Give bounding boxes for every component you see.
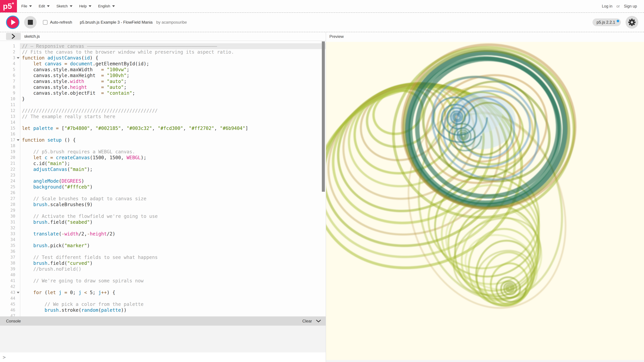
code-line[interactable]: 16 bbox=[0, 131, 326, 137]
code-line-content[interactable]: background("#fffceb") bbox=[20, 184, 326, 190]
code-line[interactable]: 6 canvas.style.maxHeight = "100vh"; bbox=[0, 72, 326, 78]
menu-language[interactable]: English bbox=[95, 4, 118, 8]
code-line[interactable]: 20 let c = createCanvas(1500, 1500, WEBG… bbox=[0, 155, 326, 161]
code-line-content[interactable]: canvas.style.maxWidth = "100vw"; bbox=[20, 67, 326, 72]
login-link[interactable]: Log in bbox=[602, 4, 612, 8]
signup-link[interactable]: Sign up bbox=[624, 4, 637, 8]
code-line[interactable]: 35 brush.pick("marker") bbox=[0, 243, 326, 249]
code-line[interactable]: 3function adjustCanvas(id) { bbox=[0, 55, 326, 61]
code-line-content[interactable]: brush.pick("marker") bbox=[20, 243, 326, 249]
code-line-content[interactable]: brush.scaleBrushes(9) bbox=[20, 202, 326, 207]
code-line[interactable]: 45 // We pick a color from the palette bbox=[0, 301, 326, 307]
code-line[interactable]: 27 // Scale brushes to adapt to canvas s… bbox=[0, 196, 326, 202]
code-line-content[interactable]: adjustCanvas("main"); bbox=[20, 166, 326, 172]
code-line-content[interactable]: // We pick a color from the palette bbox=[20, 301, 326, 307]
code-line[interactable]: 26 bbox=[0, 190, 326, 196]
code-line-content[interactable] bbox=[20, 119, 326, 125]
code-line-content[interactable]: // Scale brushes to adapt to canvas size bbox=[20, 196, 326, 202]
menu-edit[interactable]: Edit bbox=[35, 4, 53, 8]
code-line-content[interactable] bbox=[20, 296, 326, 301]
code-line-content[interactable]: canvas.style.objectFit = "contain"; bbox=[20, 90, 326, 96]
code-line-content[interactable]: translate(-width/2,-height/2) bbox=[20, 231, 326, 237]
settings-button[interactable] bbox=[626, 16, 638, 29]
code-line[interactable]: 12//////////////////////////////////////… bbox=[0, 108, 326, 114]
code-line[interactable]: 19 // p5.brush requires a WEBGL canvas. bbox=[0, 149, 326, 155]
code-line[interactable]: 39 //brush.noField() bbox=[0, 266, 326, 272]
code-line-content[interactable] bbox=[20, 284, 326, 290]
auto-refresh-checkbox[interactable] bbox=[43, 20, 48, 25]
file-tab-sketch-js[interactable]: sketch.js bbox=[24, 34, 40, 39]
code-line[interactable]: 31 brush.field("seabed") bbox=[0, 219, 326, 225]
code-line[interactable]: 18 bbox=[0, 143, 326, 149]
p5-version-badge[interactable]: p5.js 2.2.1 bbox=[592, 18, 621, 26]
code-line[interactable]: 42 bbox=[0, 284, 326, 290]
code-line-content[interactable]: // — Responsive canvas —————————————————… bbox=[20, 43, 326, 49]
code-line[interactable]: 44 bbox=[0, 296, 326, 301]
code-line-content[interactable]: let canvas = document.getElementById(id)… bbox=[20, 61, 326, 67]
code-editor[interactable]: 1// — Responsive canvas ————————————————… bbox=[0, 41, 326, 317]
fold-arrow-icon[interactable] bbox=[17, 292, 20, 294]
code-line-content[interactable]: brush.field("seabed") bbox=[20, 219, 326, 225]
code-line[interactable]: 36 bbox=[0, 249, 326, 254]
code-line-content[interactable] bbox=[20, 102, 326, 108]
code-line[interactable]: 24 angleMode(DEGREES) bbox=[0, 178, 326, 184]
code-line[interactable]: 1// — Responsive canvas ————————————————… bbox=[0, 43, 326, 49]
code-line-content[interactable]: } bbox=[20, 96, 326, 102]
sketch-title[interactable]: p5.brush.js Example 3 - FlowField Mania bbox=[80, 20, 152, 25]
menu-file[interactable]: File bbox=[18, 4, 35, 8]
menu-help[interactable]: Help bbox=[76, 4, 95, 8]
code-line[interactable]: 32 bbox=[0, 225, 326, 231]
code-line-content[interactable]: brush.stroke(random(palette)) bbox=[20, 307, 326, 313]
code-line-content[interactable]: let palette = ["#7b4800", "#002185", "#0… bbox=[20, 125, 326, 131]
code-line-content[interactable] bbox=[20, 143, 326, 149]
code-line[interactable]: 10} bbox=[0, 96, 326, 102]
code-line-content[interactable] bbox=[20, 313, 326, 317]
stop-button[interactable] bbox=[24, 16, 36, 28]
code-line-content[interactable]: let c = createCanvas(1500, 1500, WEBGL); bbox=[20, 155, 326, 161]
code-line[interactable]: 28 brush.scaleBrushes(9) bbox=[0, 202, 326, 207]
code-line[interactable]: 9 canvas.style.objectFit = "contain"; bbox=[0, 90, 326, 96]
code-line[interactable]: 2// Fits the canvas to the browser windo… bbox=[0, 49, 326, 55]
code-line-content[interactable] bbox=[20, 190, 326, 196]
code-line[interactable]: 5 canvas.style.maxWidth = "100vw"; bbox=[0, 67, 326, 72]
fold-arrow-icon[interactable] bbox=[17, 57, 20, 59]
code-line-content[interactable]: // p5.brush requires a WEBGL canvas. bbox=[20, 149, 326, 155]
code-line[interactable]: 14 bbox=[0, 119, 326, 125]
code-line-content[interactable]: canvas.style.maxHeight = "100vh"; bbox=[20, 72, 326, 78]
console-collapse-icon[interactable] bbox=[316, 320, 321, 323]
code-line[interactable]: 11 bbox=[0, 102, 326, 108]
menu-sketch[interactable]: Sketch bbox=[53, 4, 76, 8]
code-line-content[interactable]: // Test different fields to see what hap… bbox=[20, 254, 326, 260]
code-line[interactable]: 43 for (let j = 0; j < 5; j++) { bbox=[0, 290, 326, 296]
code-line[interactable]: 40 bbox=[0, 272, 326, 278]
code-line[interactable]: 13// The example really starts here bbox=[0, 114, 326, 119]
code-line-content[interactable] bbox=[20, 131, 326, 137]
code-line-content[interactable]: canvas.style.height = "auto"; bbox=[20, 84, 326, 90]
code-line-content[interactable] bbox=[20, 237, 326, 243]
code-line[interactable]: 17function setup () { bbox=[0, 137, 326, 143]
code-line[interactable]: 23 bbox=[0, 172, 326, 178]
code-line[interactable]: 25 background("#fffceb") bbox=[0, 184, 326, 190]
code-line-content[interactable]: function adjustCanvas(id) { bbox=[20, 55, 326, 61]
code-line-content[interactable]: brush.field("curved") bbox=[20, 260, 326, 266]
code-line-content[interactable] bbox=[20, 249, 326, 254]
code-line[interactable]: 41 // We're going to draw some spirals n… bbox=[0, 278, 326, 284]
fold-arrow-icon[interactable] bbox=[17, 139, 20, 141]
code-line[interactable]: 38 brush.field("curved") bbox=[0, 260, 326, 266]
code-line-content[interactable] bbox=[20, 272, 326, 278]
code-line-content[interactable]: // Fits the canvas to the browser window… bbox=[20, 49, 326, 55]
code-line-content[interactable] bbox=[20, 172, 326, 178]
code-line-content[interactable]: // The example really starts here bbox=[20, 114, 326, 119]
code-line[interactable]: 21 c.id("main"); bbox=[0, 161, 326, 166]
code-line-content[interactable]: angleMode(DEGREES) bbox=[20, 178, 326, 184]
code-line[interactable]: 7 canvas.style.width = "auto"; bbox=[0, 78, 326, 84]
p5-logo[interactable]: p5* bbox=[0, 0, 17, 12]
play-button[interactable] bbox=[6, 15, 20, 29]
code-line-content[interactable]: // Activate the flowfield we're going to… bbox=[20, 213, 326, 219]
code-line-content[interactable]: // We're going to draw some spirals now bbox=[20, 278, 326, 284]
code-line-content[interactable] bbox=[20, 207, 326, 213]
code-line[interactable]: 37 // Test different fields to see what … bbox=[0, 254, 326, 260]
editor-scrollbar[interactable] bbox=[322, 41, 325, 192]
code-line[interactable]: 47 bbox=[0, 313, 326, 317]
console-input-row[interactable]: > bbox=[0, 353, 326, 362]
